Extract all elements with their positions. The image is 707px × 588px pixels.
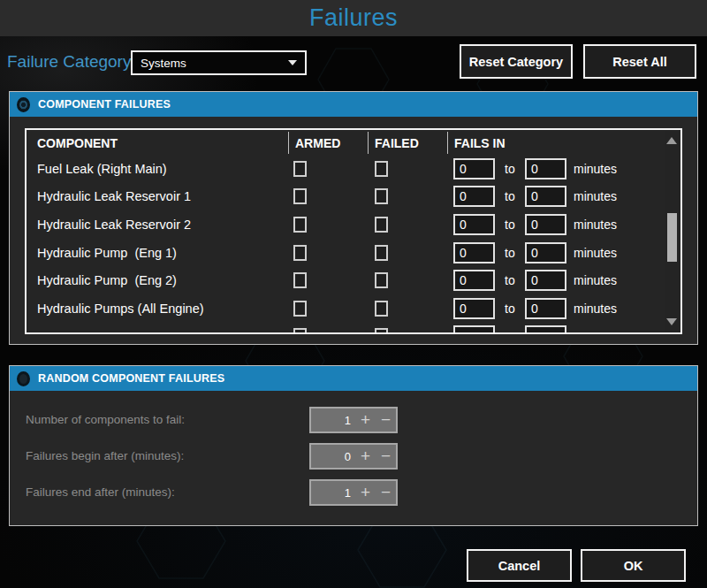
random-failures-title: RANDOM COMPONENT FAILURES (38, 372, 224, 385)
minus-icon[interactable]: − (376, 446, 396, 467)
scroll-down-icon[interactable] (666, 318, 677, 325)
vertical-scrollbar[interactable] (665, 131, 680, 332)
table-header-row: COMPONENT ARMED FAILED FAILS IN (27, 130, 680, 155)
component-failures-radio[interactable] (17, 97, 30, 112)
table-row: Hydraulic Leak Reservoir 1 to minutes (27, 183, 680, 211)
random-field-row: Failures end after (minutes): 1 + − (10, 479, 697, 506)
component-failures-header: COMPONENT FAILURES (10, 92, 697, 117)
plus-icon[interactable]: + (355, 446, 376, 467)
fails-in-max-input[interactable] (525, 325, 566, 334)
stepper-value: 1 (311, 414, 355, 427)
cancel-button[interactable]: Cancel (467, 549, 572, 582)
component-name: Hydraulic Pumps (All Engine) (37, 302, 204, 316)
failures-begin-stepper[interactable]: 0 + − (309, 443, 398, 470)
failures-dialog: Failures Failure Category Systems Reset … (0, 0, 707, 588)
failed-checkbox[interactable] (375, 161, 388, 177)
component-name: Hydraulic Leak Reservoir 2 (37, 218, 191, 232)
ok-button[interactable]: OK (581, 549, 686, 582)
fails-in-max-input[interactable] (525, 298, 566, 319)
random-field-row: Failures begin after (minutes): 0 + − (10, 443, 697, 470)
reset-all-button[interactable]: Reset All (583, 44, 696, 79)
components-to-fail-stepper[interactable]: 1 + − (309, 407, 398, 433)
component-name: Hydraulic Pump (Eng 1) (37, 246, 177, 260)
failed-checkbox[interactable] (375, 245, 388, 261)
components-to-fail-label: Number of components to fail: (26, 413, 185, 426)
fails-in-min-input[interactable] (453, 158, 495, 179)
minutes-label: minutes (574, 218, 617, 232)
fails-in-max-input[interactable] (525, 270, 566, 291)
failed-checkbox[interactable] (375, 328, 388, 334)
table-row: Fuel Leak (Right Main) to minutes (27, 155, 680, 183)
fails-in-min-input[interactable] (453, 270, 495, 291)
armed-checkbox[interactable] (293, 272, 307, 288)
column-header-failed: FAILED (375, 136, 419, 150)
minutes-label: minutes (574, 189, 617, 203)
armed-checkbox[interactable] (293, 161, 307, 177)
table-row: Hydraulic Leak Reservoir 2 to minutes (27, 210, 680, 239)
fails-in-max-input[interactable] (525, 158, 566, 179)
armed-checkbox[interactable] (293, 217, 307, 233)
failures-end-stepper[interactable]: 1 + − (309, 479, 398, 506)
failures-end-label: Failures end after (minutes): (26, 485, 175, 499)
table-row: Hydraulic Pump (Eng 2) to minutes (27, 266, 680, 294)
minus-icon[interactable]: − (376, 409, 396, 431)
component-name: Hydraulic Pump (Eng 2) (37, 273, 177, 287)
scroll-up-icon[interactable] (666, 137, 677, 144)
component-name: Fuel Leak (Right Main) (37, 162, 167, 176)
column-divider (368, 132, 369, 154)
random-field-row: Number of components to fail: 1 + − (10, 407, 697, 433)
armed-checkbox[interactable] (293, 245, 307, 261)
table-row-partial (27, 323, 680, 334)
random-failures-header: RANDOM COMPONENT FAILURES (10, 366, 697, 391)
to-label: to (505, 189, 515, 203)
to-label: to (505, 246, 515, 260)
failed-checkbox[interactable] (375, 301, 388, 317)
minus-icon[interactable]: − (376, 482, 396, 503)
column-divider (288, 132, 289, 154)
fails-in-min-input[interactable] (453, 325, 495, 334)
fails-in-min-input[interactable] (453, 214, 495, 235)
armed-checkbox[interactable] (293, 188, 307, 204)
fails-in-min-input[interactable] (453, 186, 495, 207)
fails-in-min-input[interactable] (453, 298, 495, 319)
to-label: to (505, 218, 515, 232)
table-row: Hydraulic Pump (Eng 1) to minutes (27, 239, 680, 267)
column-header-component: COMPONENT (37, 136, 118, 150)
component-name: Hydraulic Leak Reservoir 1 (37, 189, 191, 203)
failed-checkbox[interactable] (375, 272, 388, 288)
armed-checkbox[interactable] (293, 301, 307, 317)
stepper-value: 1 (311, 486, 355, 500)
scrollbar-thumb[interactable] (667, 213, 677, 262)
fails-in-max-input[interactable] (525, 186, 566, 207)
failure-category-dropdown[interactable]: Systems (131, 50, 307, 75)
component-failures-table: COMPONENT ARMED FAILED FAILS IN Fuel Lea… (25, 128, 682, 334)
dropdown-selected-value: Systems (141, 57, 186, 70)
title-bar: Failures (0, 0, 707, 36)
component-failures-title: COMPONENT FAILURES (38, 98, 171, 111)
stepper-value: 0 (311, 450, 355, 463)
fails-in-max-input[interactable] (525, 214, 566, 235)
failed-checkbox[interactable] (375, 188, 388, 204)
reset-category-button[interactable]: Reset Category (460, 44, 573, 79)
component-failures-panel: COMPONENT FAILURES COMPONENT ARMED FAILE… (9, 91, 698, 345)
random-failures-panel: RANDOM COMPONENT FAILURES Number of comp… (9, 365, 698, 526)
failures-begin-label: Failures begin after (minutes): (26, 449, 184, 462)
random-failures-radio[interactable] (17, 371, 30, 386)
plus-icon[interactable]: + (355, 482, 376, 503)
column-header-fails-in: FAILS IN (454, 136, 506, 150)
failure-category-label: Failure Category (7, 52, 131, 72)
fails-in-min-input[interactable] (453, 242, 495, 263)
column-divider (447, 132, 448, 154)
minutes-label: minutes (574, 246, 617, 260)
to-label: to (505, 162, 515, 176)
failed-checkbox[interactable] (375, 217, 388, 233)
plus-icon[interactable]: + (355, 409, 376, 431)
column-header-armed: ARMED (295, 136, 340, 150)
table-row: Hydraulic Pumps (All Engine) to minutes (27, 294, 680, 323)
to-label: to (505, 273, 515, 287)
minutes-label: minutes (574, 162, 617, 176)
fails-in-max-input[interactable] (525, 242, 566, 263)
armed-checkbox[interactable] (293, 328, 307, 334)
to-label: to (505, 302, 515, 316)
dialog-title: Failures (309, 4, 398, 32)
